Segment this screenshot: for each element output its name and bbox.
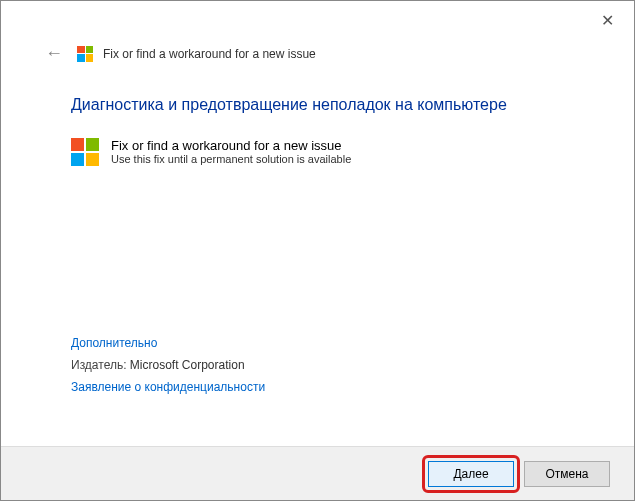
publisher-row: Издатель: Microsoft Corporation	[71, 358, 265, 372]
publisher-label: Издатель:	[71, 358, 127, 372]
page-heading: Диагностика и предотвращение неполадок н…	[71, 96, 564, 114]
bottom-links: Дополнительно Издатель: Microsoft Corpor…	[71, 336, 265, 400]
fix-text: Fix or find a workaround for a new issue…	[111, 138, 351, 165]
next-button-highlight: Далее	[428, 461, 514, 487]
fix-item: Fix or find a workaround for a new issue…	[71, 138, 564, 166]
microsoft-logo-icon	[77, 46, 93, 62]
publisher-value: Microsoft Corporation	[130, 358, 245, 372]
advanced-link[interactable]: Дополнительно	[71, 336, 265, 350]
back-arrow-icon[interactable]: ←	[41, 41, 67, 66]
close-icon[interactable]: ✕	[593, 9, 622, 33]
privacy-link[interactable]: Заявление о конфиденциальности	[71, 380, 265, 394]
next-button[interactable]: Далее	[428, 461, 514, 487]
titlebar: ✕	[1, 1, 634, 41]
microsoft-logo-icon	[71, 138, 99, 166]
cancel-button[interactable]: Отмена	[524, 461, 610, 487]
fix-title: Fix or find a workaround for a new issue	[111, 138, 351, 153]
fix-subtitle: Use this fix until a permanent solution …	[111, 153, 351, 165]
window-title: Fix or find a workaround for a new issue	[103, 47, 316, 61]
content-area: Диагностика и предотвращение неполадок н…	[1, 66, 634, 166]
footer: Далее Отмена	[1, 446, 634, 500]
header: ← Fix or find a workaround for a new iss…	[1, 41, 634, 66]
